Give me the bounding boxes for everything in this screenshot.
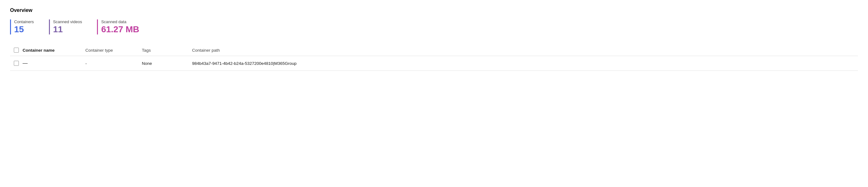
overview-title: Overview	[10, 7, 858, 13]
table-row: — - None 984b43a7-9471-4b42-b24a-5327200…	[10, 56, 858, 71]
row-path-cell: 984b43a7-9471-4b42-b24a-5327200e4810|M36…	[192, 61, 858, 66]
row-path-value: 984b43a7-9471-4b42-b24a-5327200e4810|M36…	[192, 61, 297, 66]
scanned-videos-stat: Scanned videos 11	[49, 20, 82, 34]
header-type-cell: Container type	[85, 48, 142, 52]
row-type-value: -	[85, 61, 87, 66]
containers-stat: Containers 15	[10, 20, 34, 34]
header-tags-cell: Tags	[142, 48, 192, 52]
table-header-row: Container name Container type Tags Conta…	[10, 44, 858, 56]
header-name-label: Container name	[23, 48, 55, 52]
header-tags-label: Tags	[142, 48, 151, 52]
scanned-data-value: 61.27 MB	[101, 25, 139, 34]
header-checkbox-cell[interactable]	[10, 48, 23, 52]
row-name-value: —	[23, 61, 28, 66]
row-name-cell: —	[23, 61, 85, 66]
row-tags-cell: None	[142, 61, 192, 66]
stats-row: Containers 15 Scanned videos 11 Scanned …	[10, 20, 858, 34]
header-name-cell: Container name	[23, 48, 85, 52]
scanned-data-label: Scanned data	[101, 20, 139, 24]
row-checkbox-cell[interactable]	[10, 61, 23, 66]
header-path-cell: Container path	[192, 48, 858, 52]
containers-label: Containers	[14, 20, 34, 24]
header-type-label: Container type	[85, 48, 113, 52]
row-checkbox[interactable]	[14, 61, 19, 66]
header-path-label: Container path	[192, 48, 220, 52]
containers-table: Container name Container type Tags Conta…	[10, 44, 858, 71]
row-type-cell: -	[85, 61, 142, 66]
scanned-videos-label: Scanned videos	[53, 20, 82, 24]
header-checkbox[interactable]	[14, 48, 19, 52]
row-tags-value: None	[142, 61, 152, 66]
scanned-data-stat: Scanned data 61.27 MB	[97, 20, 139, 34]
scanned-videos-value: 11	[53, 25, 82, 34]
containers-value: 15	[14, 25, 34, 34]
